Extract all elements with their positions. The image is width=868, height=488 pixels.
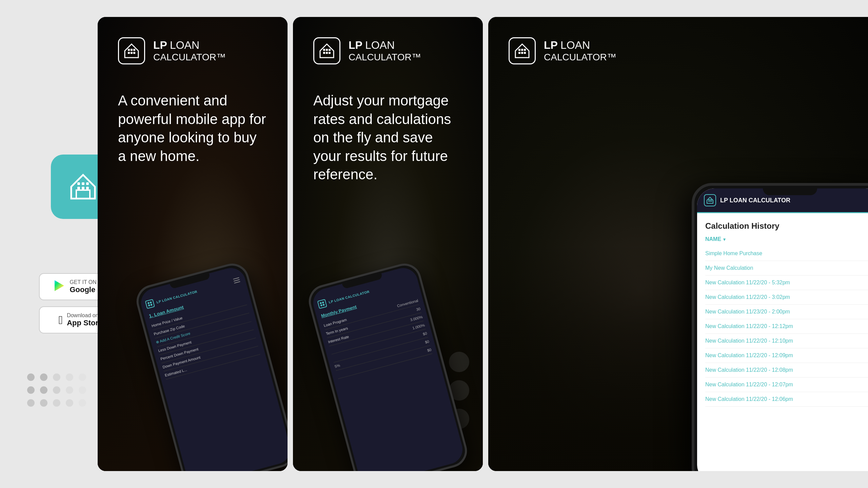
history-section: Calculation History NAME ▾ Simple Home P…: [697, 213, 868, 407]
history-name-column: NAME ▾: [705, 236, 868, 242]
panel-2-calculator: CALCULATOR™: [349, 52, 421, 63]
panel-2-tagline: Adjust your mortgage rates and calculati…: [313, 92, 462, 184]
svg-rect-15: [329, 49, 331, 51]
svg-rect-11: [131, 52, 133, 54]
svg-rect-16: [323, 52, 325, 54]
panel-3-lp: LP: [544, 39, 558, 52]
google-play-icon: [53, 280, 65, 294]
panel-3-logo-svg: [513, 42, 531, 60]
svg-rect-27: [711, 199, 712, 200]
panel-2-logo-svg: [318, 42, 336, 60]
history-item-3[interactable]: New Calculation 11/22/20 - 5:32pm: [705, 276, 868, 290]
panel-1-header: LP LOAN CALCULATOR™: [118, 37, 226, 64]
panel-2-logo-line1: LP LOAN: [349, 39, 421, 52]
svg-rect-19: [518, 49, 520, 51]
svg-rect-26: [710, 199, 711, 200]
dot: [40, 399, 47, 407]
panel-1-calculator: CALCULATOR™: [153, 52, 226, 63]
dot: [79, 373, 86, 381]
history-item-9[interactable]: New Calculation 11/22/20 - 12:08pm: [705, 363, 868, 378]
panel-1-logo-icon: [118, 37, 145, 64]
svg-rect-23: [521, 52, 523, 54]
svg-rect-13: [323, 49, 325, 51]
chevron-down-icon: ▾: [723, 237, 726, 242]
history-item-10[interactable]: New Calculation 11/22/20 - 12:07pm: [705, 378, 868, 392]
dot: [66, 373, 73, 381]
history-item-11[interactable]: New Calculation 11/22/20 - 12:06pm: [705, 392, 868, 407]
dot: [27, 399, 35, 407]
svg-rect-22: [518, 52, 520, 54]
panel-2-lp: LP: [349, 39, 362, 52]
panel-3-logo-text: LP LOAN CALCULATOR™: [544, 39, 616, 63]
svg-rect-14: [326, 49, 328, 51]
dot: [27, 386, 35, 394]
panel-3-phone: LP LOAN CALCULATOR Calculation History N…: [692, 183, 868, 471]
svg-marker-6: [55, 280, 64, 291]
dot-grid-decoration: [27, 373, 86, 407]
phone-3-app-icon: [704, 194, 716, 206]
panel-1-logo-line1: LP LOAN: [153, 39, 226, 52]
svg-rect-2: [86, 182, 89, 185]
dot: [66, 386, 73, 394]
dot: [53, 399, 60, 407]
history-item-6[interactable]: New Calculation 11/22/20 - 12:12pm: [705, 319, 868, 334]
panel-1: LP LOAN CALCULATOR™ A convenient and pow…: [98, 17, 288, 471]
apple-icon: : [59, 314, 63, 326]
dot: [79, 386, 86, 394]
svg-rect-5: [86, 187, 89, 189]
svg-rect-28: [708, 201, 709, 202]
svg-rect-24: [524, 52, 526, 54]
svg-rect-10: [128, 52, 130, 54]
history-item-5[interactable]: New Calculation 11/23/20 - 2:00pm: [705, 305, 868, 319]
svg-rect-1: [82, 182, 84, 185]
dot: [40, 386, 47, 394]
phone-1-appbar-icon: [145, 299, 155, 309]
phone-1-grid: [147, 302, 153, 307]
svg-rect-7: [128, 49, 130, 51]
dot: [53, 386, 60, 394]
panel-3-header: LP LOAN CALCULATOR™: [509, 37, 616, 64]
panel-2-logo-text: LP LOAN CALCULATOR™: [349, 39, 421, 63]
phone-2-appbar-icon: [317, 299, 327, 309]
panel-1-lp: LP: [153, 39, 167, 52]
history-item-2[interactable]: My New Calculation: [705, 261, 868, 276]
history-item-4[interactable]: New Calculation 11/22/20 - 3:02pm: [705, 290, 868, 305]
dot: [53, 373, 60, 381]
panel-2-logo-icon: [313, 37, 340, 64]
phone-3-inner-screen: LP LOAN CALCULATOR Calculation History N…: [697, 188, 868, 471]
history-item-7[interactable]: New Calculation 11/22/20 - 12:10pm: [705, 334, 868, 348]
panel-1-tagline: A convenient and powerful mobile app for…: [118, 92, 267, 165]
dot: [66, 399, 73, 407]
svg-rect-3: [77, 187, 80, 189]
history-title: Calculation History: [705, 221, 868, 231]
dot: [79, 399, 86, 407]
panel-3: LP LOAN CALCULATOR™: [488, 17, 868, 471]
panel-1-loan: LOAN: [170, 39, 199, 52]
svg-rect-8: [131, 49, 133, 51]
svg-rect-17: [326, 52, 328, 54]
panel-2-loan: LOAN: [365, 39, 395, 52]
phone-3-app-name-text: LP LOAN CALCULATOR: [720, 197, 790, 204]
panel-2: LP LOAN CALCULATOR™ Adjust your mortgage…: [293, 17, 483, 471]
panel-1-logo-svg: [123, 42, 140, 60]
svg-rect-20: [521, 49, 523, 51]
svg-rect-18: [329, 52, 331, 54]
panel-3-loan: LOAN: [560, 39, 590, 52]
svg-rect-0: [77, 182, 80, 185]
panel-3-logo-icon: [509, 37, 536, 64]
panel-3-calculator: CALCULATOR™: [544, 52, 616, 63]
panel-2-header: LP LOAN CALCULATOR™: [313, 37, 421, 64]
svg-rect-21: [524, 49, 526, 51]
panel-3-logo-line1: LP LOAN: [544, 39, 616, 52]
dot: [40, 373, 47, 381]
svg-rect-4: [82, 187, 84, 189]
history-item-8[interactable]: New Calculation 11/22/20 - 12:09pm: [705, 348, 868, 363]
svg-rect-30: [711, 201, 712, 202]
svg-rect-29: [710, 201, 711, 202]
panel-1-logo-text: LP LOAN CALCULATOR™: [153, 39, 226, 63]
history-name-label: NAME: [705, 236, 721, 242]
phone-3-notch: [763, 186, 817, 195]
svg-rect-9: [133, 49, 135, 51]
history-item-1[interactable]: Simple Home Purchase: [705, 246, 868, 261]
dot: [27, 373, 35, 381]
